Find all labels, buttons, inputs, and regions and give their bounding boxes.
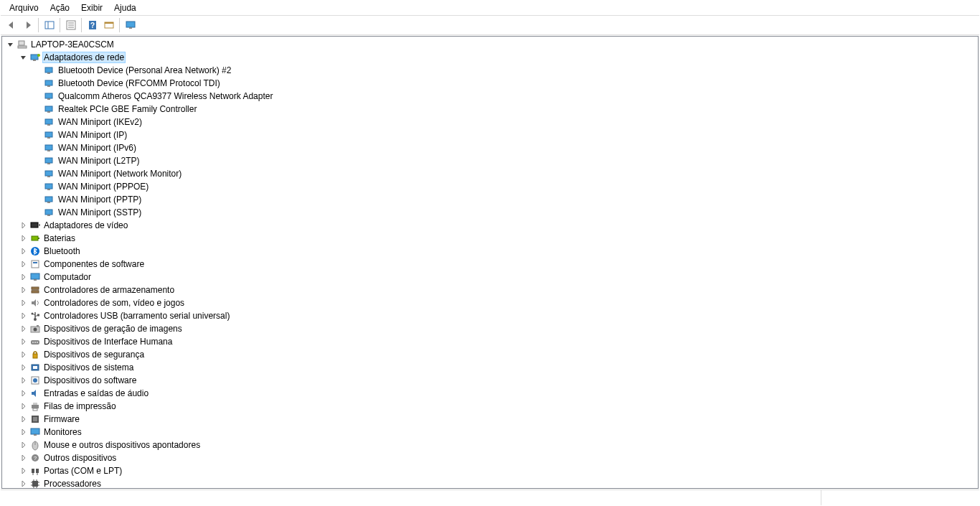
tree-category-label: Dispositivos do software [42,375,138,386]
tree-device[interactable]: Bluetooth Device (Personal Area Network)… [2,64,978,77]
network-adapter-icon [44,207,55,218]
imaging-icon [29,323,41,334]
network-adapter-icon [44,103,55,115]
expander-icon[interactable] [18,235,29,242]
expander-icon[interactable] [18,54,29,61]
expander-icon[interactable] [18,312,29,319]
expander-icon[interactable] [18,390,29,397]
expander-icon[interactable] [18,416,29,423]
svg-rect-48 [31,273,39,279]
tree-device-label: Bluetooth Device (RFCOMM Protocol TDI) [57,78,222,89]
tree-root[interactable]: LAPTOP-3EA0CSCM [2,38,978,51]
menu-acao[interactable]: Ação [44,1,75,14]
network-adapter-icon [44,65,55,76]
network-adapter-icon [44,142,55,154]
expander-icon[interactable] [18,338,29,345]
expander-icon[interactable] [18,364,29,371]
tree-device[interactable]: WAN Miniport (IKEv2) [2,116,978,128]
tree-category[interactable]: Monitores [2,426,978,439]
tree-category[interactable]: Dispositivos de Interface Humana [2,335,978,348]
tree-device[interactable]: WAN Miniport (SSTP) [2,206,978,219]
tree-category[interactable]: Portas (COM e LPT) [2,464,978,477]
expander-icon[interactable] [18,273,29,281]
show-hide-tree-button[interactable] [41,17,57,33]
expander-icon[interactable] [5,41,17,48]
toolbar-separator-3 [81,18,82,32]
cpu-icon [29,478,41,488]
tree-category[interactable]: Entradas e saídas de áudio [2,387,978,400]
tree-device[interactable]: WAN Miniport (PPTP) [2,193,978,206]
menu-ajuda[interactable]: Ajuda [108,1,142,14]
scan-hardware-button[interactable] [100,17,117,33]
tree-category[interactable]: Dispositivos de segurança [2,348,978,361]
status-pane-2 [821,490,979,505]
device-tree[interactable]: LAPTOP-3EA0CSCM Adaptadores de rede Blue… [2,37,978,488]
view-devices-button[interactable] [122,17,138,33]
svg-rect-28 [47,137,50,139]
tree-category[interactable]: Componentes de software [2,258,978,271]
expander-icon[interactable] [18,467,29,474]
tree-category[interactable]: Controladores de som, vídeo e jogos [2,296,978,309]
expander-icon[interactable] [18,428,29,436]
tree-category[interactable]: Adaptadores de vídeo [2,219,978,232]
tree-device-label: WAN Miniport (PPPOE) [57,181,150,192]
menu-exibir[interactable]: Exibir [75,1,108,14]
expander-icon[interactable] [18,480,29,487]
tree-device[interactable]: Bluetooth Device (RFCOMM Protocol TDI) [2,77,978,90]
expander-icon[interactable] [18,441,29,449]
tree-device-label: WAN Miniport (IP) [57,129,128,141]
hid-icon [29,336,41,347]
help-button[interactable]: ? [84,17,100,33]
back-button[interactable] [3,17,19,33]
menu-arquivo[interactable]: Arquivo [4,1,44,14]
expander-icon[interactable] [18,222,29,229]
tree-category[interactable]: Adaptadores de rede [2,51,978,64]
tree-category[interactable]: Dispositivos do software [2,374,978,387]
tree-category[interactable]: Filas de impressão [2,400,978,413]
tree-category[interactable]: Controladores de armazenamento [2,284,978,296]
tree-category[interactable]: Firmware [2,413,978,426]
network-adapter-icon [44,181,55,192]
tree-device[interactable]: Realtek PCIe GBE Family Controller [2,103,978,116]
tree-device[interactable]: WAN Miniport (PPPOE) [2,180,978,193]
tree-category[interactable]: Dispositivos de geração de imagens [2,322,978,335]
tree-category[interactable]: Processadores [2,477,978,488]
svg-rect-64 [34,342,36,343]
tree-category[interactable]: Controladores USB (barramento serial uni… [2,309,978,322]
tree-category[interactable]: Baterias [2,232,978,245]
tree-device[interactable]: WAN Miniport (IP) [2,128,978,141]
svg-rect-47 [33,262,37,263]
network-adapter-icon [44,155,55,167]
security-icon [29,349,41,360]
expander-icon[interactable] [18,325,29,332]
tree-device-label: Qualcomm Atheros QCA9377 Wireless Networ… [57,90,274,102]
expander-icon[interactable] [18,299,29,306]
expander-icon[interactable] [18,403,29,410]
svg-rect-31 [45,158,52,163]
tree-category-label: Baterias [42,233,77,244]
tree-device[interactable]: WAN Miniport (L2TP) [2,154,978,167]
expander-icon[interactable] [18,286,29,294]
tree-category[interactable]: Dispositivos de sistema [2,361,978,374]
svg-rect-38 [47,202,50,203]
expander-icon[interactable] [18,454,29,462]
svg-rect-46 [32,261,39,268]
toolbar-separator-2 [60,18,60,32]
computer-icon [17,39,28,50]
expander-icon[interactable] [18,261,29,268]
svg-rect-72 [33,403,37,405]
expander-icon[interactable] [18,377,29,384]
tree-category[interactable]: Mouse e outros dispositivos apontadores [2,439,978,451]
tree-category[interactable]: Bluetooth [2,245,978,258]
forward-button[interactable] [19,17,36,33]
expander-icon[interactable] [18,248,29,255]
tree-category[interactable]: ? Outros dispositivos [2,451,978,464]
svg-rect-0 [45,22,54,29]
tree-category[interactable]: Computador [2,271,978,284]
tree-device[interactable]: WAN Miniport (Network Monitor) [2,167,978,180]
tree-device[interactable]: Qualcomm Atheros QCA9377 Wireless Networ… [2,90,978,103]
properties-button[interactable] [62,17,79,33]
svg-rect-9 [105,22,113,24]
expander-icon[interactable] [18,351,29,358]
tree-device[interactable]: WAN Miniport (IPv6) [2,141,978,154]
